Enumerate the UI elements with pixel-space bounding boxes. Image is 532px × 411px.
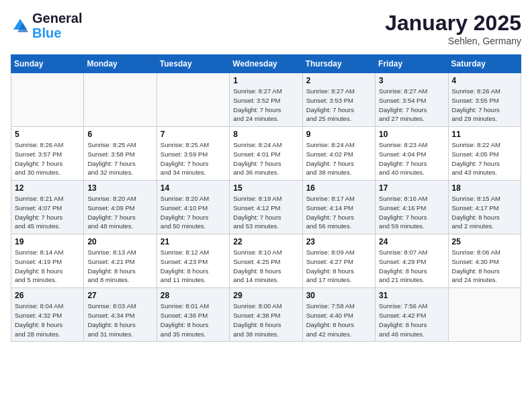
day-detail: Sunrise: 7:58 AM Sunset: 4:40 PM Dayligh… (306, 302, 371, 338)
day-number: 1 (233, 76, 298, 85)
calendar-cell: 4Sunrise: 8:26 AM Sunset: 3:55 PM Daylig… (448, 73, 521, 127)
day-number: 30 (306, 291, 371, 300)
day-of-week-header: Monday (84, 55, 157, 73)
day-detail: Sunrise: 8:20 AM Sunset: 4:09 PM Dayligh… (87, 194, 152, 231)
day-detail: Sunrise: 8:16 AM Sunset: 4:16 PM Dayligh… (379, 194, 444, 231)
day-detail: Sunrise: 8:27 AM Sunset: 3:53 PM Dayligh… (306, 87, 371, 124)
day-detail: Sunrise: 8:14 AM Sunset: 4:19 PM Dayligh… (15, 248, 80, 285)
day-of-week-header: Thursday (302, 55, 375, 73)
day-detail: Sunrise: 8:03 AM Sunset: 4:34 PM Dayligh… (87, 302, 152, 338)
day-detail: Sunrise: 8:22 AM Sunset: 4:05 PM Dayligh… (452, 140, 517, 177)
calendar-cell (157, 73, 229, 127)
calendar-week-row: 26Sunrise: 8:04 AM Sunset: 4:32 PM Dayli… (11, 288, 521, 342)
calendar-cell (84, 73, 157, 127)
logo-text: GeneralBlue (32, 11, 82, 40)
day-detail: Sunrise: 8:13 AM Sunset: 4:21 PM Dayligh… (87, 248, 152, 285)
day-number: 11 (452, 130, 517, 139)
day-number: 27 (87, 291, 152, 300)
day-detail: Sunrise: 8:27 AM Sunset: 3:52 PM Dayligh… (233, 87, 298, 124)
day-number: 14 (161, 183, 226, 193)
calendar-cell: 6Sunrise: 8:25 AM Sunset: 3:58 PM Daylig… (84, 127, 157, 181)
day-number: 29 (233, 291, 298, 300)
day-detail: Sunrise: 8:15 AM Sunset: 4:17 PM Dayligh… (452, 194, 517, 231)
day-detail: Sunrise: 8:17 AM Sunset: 4:14 PM Dayligh… (306, 194, 371, 231)
page-header: GeneralBlue January 2025 Sehlen, Germany (11, 11, 521, 46)
day-detail: Sunrise: 8:01 AM Sunset: 4:36 PM Dayligh… (161, 302, 226, 338)
day-detail: Sunrise: 8:20 AM Sunset: 4:10 PM Dayligh… (161, 194, 226, 231)
day-number: 12 (15, 183, 80, 193)
day-detail: Sunrise: 8:24 AM Sunset: 4:02 PM Dayligh… (306, 140, 371, 177)
title-block: January 2025 Sehlen, Germany (385, 11, 521, 46)
calendar-cell: 12Sunrise: 8:21 AM Sunset: 4:07 PM Dayli… (11, 181, 84, 234)
calendar-cell: 29Sunrise: 8:00 AM Sunset: 4:38 PM Dayli… (230, 288, 302, 342)
day-number: 3 (379, 76, 444, 85)
day-detail: Sunrise: 7:56 AM Sunset: 4:42 PM Dayligh… (379, 302, 444, 338)
day-detail: Sunrise: 8:24 AM Sunset: 4:01 PM Dayligh… (233, 140, 298, 177)
day-number: 20 (87, 237, 152, 246)
day-detail: Sunrise: 8:23 AM Sunset: 4:04 PM Dayligh… (379, 140, 444, 177)
calendar-cell: 22Sunrise: 8:10 AM Sunset: 4:25 PM Dayli… (230, 234, 302, 288)
calendar-week-row: 1Sunrise: 8:27 AM Sunset: 3:52 PM Daylig… (11, 73, 521, 127)
day-detail: Sunrise: 8:06 AM Sunset: 4:30 PM Dayligh… (452, 248, 517, 285)
calendar-cell: 27Sunrise: 8:03 AM Sunset: 4:34 PM Dayli… (84, 288, 157, 342)
day-number: 5 (15, 130, 80, 139)
calendar-cell: 19Sunrise: 8:14 AM Sunset: 4:19 PM Dayli… (11, 234, 84, 288)
day-of-week-header: Wednesday (230, 55, 302, 73)
calendar-cell: 8Sunrise: 8:24 AM Sunset: 4:01 PM Daylig… (230, 127, 302, 181)
calendar-cell: 2Sunrise: 8:27 AM Sunset: 3:53 PM Daylig… (302, 73, 375, 127)
day-number: 22 (233, 237, 298, 246)
calendar-cell: 5Sunrise: 8:26 AM Sunset: 3:57 PM Daylig… (11, 127, 84, 181)
calendar-cell: 20Sunrise: 8:13 AM Sunset: 4:21 PM Dayli… (84, 234, 157, 288)
day-detail: Sunrise: 8:09 AM Sunset: 4:27 PM Dayligh… (306, 248, 371, 285)
day-detail: Sunrise: 8:25 AM Sunset: 3:58 PM Dayligh… (87, 140, 152, 177)
day-number: 7 (161, 130, 226, 139)
logo-icon (11, 16, 30, 35)
day-number: 9 (306, 130, 371, 139)
day-detail: Sunrise: 8:21 AM Sunset: 4:07 PM Dayligh… (15, 194, 80, 231)
day-number: 21 (161, 237, 226, 246)
day-number: 19 (15, 237, 80, 246)
day-detail: Sunrise: 8:04 AM Sunset: 4:32 PM Dayligh… (15, 302, 80, 338)
calendar-cell: 18Sunrise: 8:15 AM Sunset: 4:17 PM Dayli… (448, 181, 521, 234)
day-detail: Sunrise: 8:26 AM Sunset: 3:55 PM Dayligh… (452, 87, 517, 124)
calendar-week-row: 12Sunrise: 8:21 AM Sunset: 4:07 PM Dayli… (11, 181, 521, 234)
calendar-cell (11, 73, 84, 127)
calendar-cell: 31Sunrise: 7:56 AM Sunset: 4:42 PM Dayli… (375, 288, 448, 342)
calendar-cell: 13Sunrise: 8:20 AM Sunset: 4:09 PM Dayli… (84, 181, 157, 234)
day-detail: Sunrise: 8:19 AM Sunset: 4:12 PM Dayligh… (233, 194, 298, 231)
day-detail: Sunrise: 8:27 AM Sunset: 3:54 PM Dayligh… (379, 87, 444, 124)
calendar-cell: 24Sunrise: 8:07 AM Sunset: 4:29 PM Dayli… (375, 234, 448, 288)
calendar-week-row: 5Sunrise: 8:26 AM Sunset: 3:57 PM Daylig… (11, 127, 521, 181)
calendar: SundayMondayTuesdayWednesdayThursdayFrid… (11, 54, 521, 342)
day-detail: Sunrise: 8:12 AM Sunset: 4:23 PM Dayligh… (161, 248, 226, 285)
logo: GeneralBlue (11, 11, 82, 40)
day-number: 26 (15, 291, 80, 300)
calendar-cell: 26Sunrise: 8:04 AM Sunset: 4:32 PM Dayli… (11, 288, 84, 342)
day-number: 4 (452, 76, 517, 85)
day-number: 15 (233, 183, 298, 193)
calendar-cell: 16Sunrise: 8:17 AM Sunset: 4:14 PM Dayli… (302, 181, 375, 234)
day-detail: Sunrise: 8:07 AM Sunset: 4:29 PM Dayligh… (379, 248, 444, 285)
calendar-cell: 25Sunrise: 8:06 AM Sunset: 4:30 PM Dayli… (448, 234, 521, 288)
day-number: 6 (87, 130, 152, 139)
day-number: 31 (379, 291, 444, 300)
day-of-week-header: Tuesday (157, 55, 229, 73)
calendar-cell (448, 288, 521, 342)
day-of-week-header: Friday (375, 55, 448, 73)
day-number: 8 (233, 130, 298, 139)
day-detail: Sunrise: 8:25 AM Sunset: 3:59 PM Dayligh… (161, 140, 226, 177)
calendar-cell: 30Sunrise: 7:58 AM Sunset: 4:40 PM Dayli… (302, 288, 375, 342)
day-number: 10 (379, 130, 444, 139)
month-title: January 2025 (385, 11, 521, 36)
day-number: 17 (379, 183, 444, 193)
calendar-cell: 11Sunrise: 8:22 AM Sunset: 4:05 PM Dayli… (448, 127, 521, 181)
calendar-cell: 17Sunrise: 8:16 AM Sunset: 4:16 PM Dayli… (375, 181, 448, 234)
day-detail: Sunrise: 8:00 AM Sunset: 4:38 PM Dayligh… (233, 302, 298, 338)
day-number: 16 (306, 183, 371, 193)
calendar-cell: 23Sunrise: 8:09 AM Sunset: 4:27 PM Dayli… (302, 234, 375, 288)
day-number: 2 (306, 76, 371, 85)
calendar-cell: 3Sunrise: 8:27 AM Sunset: 3:54 PM Daylig… (375, 73, 448, 127)
calendar-cell: 15Sunrise: 8:19 AM Sunset: 4:12 PM Dayli… (230, 181, 302, 234)
day-number: 28 (161, 291, 226, 300)
day-detail: Sunrise: 8:26 AM Sunset: 3:57 PM Dayligh… (15, 140, 80, 177)
